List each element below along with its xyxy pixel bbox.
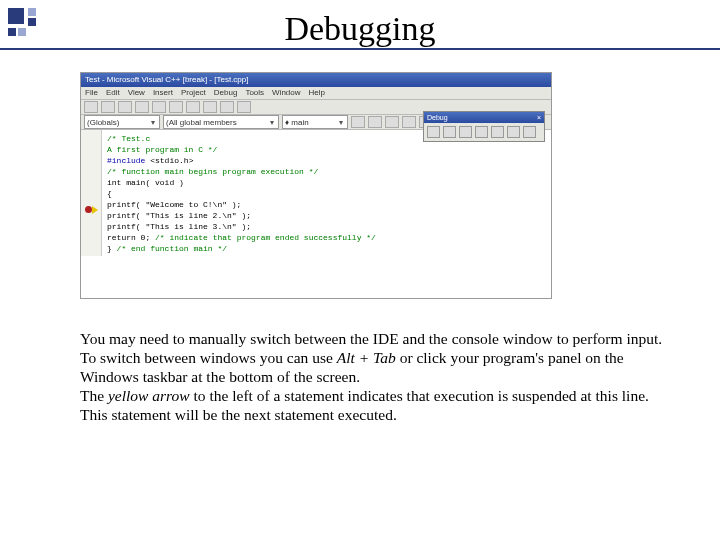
toolbar-button[interactable]	[152, 101, 166, 113]
code-line: int main( void )	[107, 177, 549, 188]
body-text: You may need to manually switch between …	[80, 330, 680, 425]
close-icon[interactable]: ×	[537, 112, 541, 123]
slide-title: Debugging	[0, 10, 720, 48]
ide-titlebar: Test - Microsoft Visual C++ [break] - [T…	[81, 73, 551, 87]
combo-members[interactable]: (All global members▾	[163, 115, 279, 129]
paragraph-2: The yellow arrow to the left of a statem…	[80, 387, 680, 425]
toolbar-button[interactable]	[385, 116, 399, 128]
debug-button[interactable]	[459, 126, 472, 138]
gutter	[81, 130, 102, 256]
ide-title-text: Test - Microsoft Visual C++ [break] - [T…	[85, 75, 248, 84]
toolbar-button[interactable]	[237, 101, 251, 113]
debug-button[interactable]	[507, 126, 520, 138]
code-line: A first program in C */	[107, 144, 549, 155]
keystroke: Alt + Tab	[337, 349, 396, 366]
debug-toolbar-panel[interactable]: Debug ×	[423, 111, 545, 142]
code-editor[interactable]: /* Test.c A first program in C */ #inclu…	[81, 130, 551, 256]
menu-debug[interactable]: Debug	[214, 87, 238, 99]
menu-view[interactable]: View	[128, 87, 145, 99]
slide: Debugging Test - Microsoft Visual C++ [b…	[0, 0, 720, 540]
menu-edit[interactable]: Edit	[106, 87, 120, 99]
debug-panel-header[interactable]: Debug ×	[424, 112, 544, 123]
toolbar-button[interactable]	[220, 101, 234, 113]
code-line: } /* end function main */	[107, 243, 549, 254]
menu-insert[interactable]: Insert	[153, 87, 173, 99]
debug-button[interactable]	[443, 126, 456, 138]
toolbar-button[interactable]	[351, 116, 365, 128]
code-line: printf( "This is line 3.\n" );	[107, 221, 549, 232]
debug-button[interactable]	[475, 126, 488, 138]
menu-window[interactable]: Window	[272, 87, 300, 99]
toolbar-button[interactable]	[203, 101, 217, 113]
toolbar-button[interactable]	[101, 101, 115, 113]
paragraph-1: You may need to manually switch between …	[80, 330, 680, 387]
code-line: /* function main begins program executio…	[107, 166, 549, 177]
combo-globals[interactable]: (Globals)▾	[84, 115, 160, 129]
toolbar-button[interactable]	[118, 101, 132, 113]
code-line: printf( "Welcome to C!\n" );	[107, 199, 549, 210]
code-line: #include <stdio.h>	[107, 155, 549, 166]
divider	[0, 48, 720, 50]
ide-menubar: File Edit View Insert Project Debug Tool…	[81, 87, 551, 100]
debug-button[interactable]	[427, 126, 440, 138]
menu-file[interactable]: File	[85, 87, 98, 99]
code-line: printf( "This is line 2.\n" );	[107, 210, 549, 221]
toolbar-button[interactable]	[169, 101, 183, 113]
term-yellow-arrow: yellow arrow	[108, 387, 190, 404]
toolbar-button[interactable]	[135, 101, 149, 113]
menu-tools[interactable]: Tools	[245, 87, 264, 99]
debug-button[interactable]	[523, 126, 536, 138]
combo-function[interactable]: ♦ main▾	[282, 115, 348, 129]
toolbar-button[interactable]	[368, 116, 382, 128]
ide-screenshot: Test - Microsoft Visual C++ [break] - [T…	[80, 72, 552, 299]
toolbar-button[interactable]	[84, 101, 98, 113]
code-line: {	[107, 188, 549, 199]
debug-button[interactable]	[491, 126, 504, 138]
menu-project[interactable]: Project	[181, 87, 206, 99]
toolbar-button[interactable]	[186, 101, 200, 113]
code-line: return 0; /* indicate that program ended…	[107, 232, 549, 243]
current-line-arrow-icon	[92, 206, 98, 214]
toolbar-button[interactable]	[402, 116, 416, 128]
debug-panel-title: Debug	[427, 112, 448, 123]
menu-help[interactable]: Help	[309, 87, 325, 99]
breakpoint-icon[interactable]	[85, 206, 92, 213]
debug-panel-buttons	[424, 123, 544, 141]
